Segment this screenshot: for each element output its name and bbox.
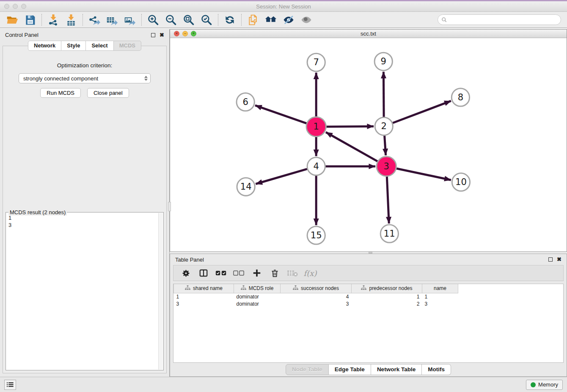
close-panel-icon[interactable]: ✖ (160, 33, 164, 37)
select-all-checkboxes-icon[interactable] (214, 267, 228, 279)
search-input[interactable] (449, 17, 557, 23)
graph-edge-2-9[interactable] (383, 72, 384, 117)
mcds-result-text[interactable]: 1 3 (8, 214, 157, 369)
float-table-panel-icon[interactable] (548, 257, 553, 262)
network-close-button[interactable]: × (174, 31, 179, 36)
zoom-out-icon[interactable] (162, 13, 180, 27)
show-all-icon[interactable] (297, 13, 315, 27)
graph-node-4[interactable]: 4 (307, 157, 325, 175)
column-header-shared-name[interactable]: shared name (174, 284, 234, 293)
function-builder-icon[interactable]: f(x) (303, 267, 317, 279)
close-table-panel-icon[interactable]: ✖ (557, 257, 561, 262)
graph-edge-3-11[interactable] (387, 177, 389, 224)
table-row[interactable]: 1dominator411 (174, 293, 458, 300)
float-panel-icon[interactable] (151, 33, 155, 37)
node-table[interactable]: shared nameMCDS rolesuccessor nodesprede… (173, 284, 564, 363)
graph-node-15[interactable]: 15 (307, 226, 325, 244)
tab-network-table[interactable]: Network Table (371, 364, 422, 375)
tab-style[interactable]: Style (61, 41, 86, 51)
task-history-button[interactable] (4, 380, 16, 390)
horizontal-splitter[interactable] (170, 252, 567, 254)
memory-label: Memory (538, 381, 558, 388)
criterion-dropdown[interactable]: strongly connected component (19, 73, 151, 83)
export-network-icon[interactable] (85, 13, 103, 27)
export-image-icon[interactable] (121, 13, 139, 27)
table-cell[interactable]: 1 (422, 293, 458, 300)
search-box[interactable] (438, 14, 561, 25)
table-cell[interactable]: 2 (352, 300, 422, 307)
network-zoom-button[interactable]: + (191, 31, 196, 36)
column-header-name[interactable]: name (422, 284, 458, 293)
zoom-selected-icon[interactable] (198, 13, 215, 27)
export-table-icon[interactable] (103, 13, 121, 27)
table-cell[interactable]: 4 (281, 293, 352, 300)
save-session-icon[interactable] (21, 13, 39, 27)
delete-table-icon[interactable] (285, 267, 300, 279)
settings-icon[interactable] (179, 267, 193, 279)
tab-edge-table[interactable]: Edge Table (329, 364, 371, 375)
column-header-predecessor-nodes[interactable]: predecessor nodes (352, 284, 422, 293)
delete-column-icon[interactable] (267, 267, 282, 279)
table-cell[interactable]: 3 (174, 300, 234, 307)
zoom-fit-icon[interactable] (180, 13, 198, 27)
open-session-icon[interactable] (3, 13, 21, 27)
right-column: × – + scc.txt 7968124314101511 Table Pan… (170, 29, 567, 377)
tab-motifs[interactable]: Motifs (422, 364, 451, 375)
svg-text:1: 1 (313, 121, 319, 132)
column-header-MCDS-role[interactable]: MCDS role (234, 284, 281, 293)
table-cell[interactable]: dominator (234, 300, 281, 307)
graph-node-3[interactable]: 3 (377, 157, 396, 176)
refresh-view-icon[interactable] (221, 13, 239, 27)
tab-node-table[interactable]: Node Table (286, 364, 329, 375)
table-cell[interactable]: dominator (234, 293, 281, 300)
duplicate-network-icon[interactable] (244, 13, 262, 27)
network-minimize-button[interactable]: – (182, 31, 188, 36)
apply-layout-icon[interactable] (262, 13, 280, 27)
graph-node-6[interactable]: 6 (237, 93, 254, 111)
zoom-in-icon[interactable] (144, 13, 162, 27)
split-view-icon[interactable] (196, 267, 211, 279)
vertical-splitter-grip[interactable] (168, 202, 171, 211)
graph-node-2[interactable]: 2 (375, 117, 393, 135)
result-scrollbar[interactable] (158, 213, 163, 370)
column-header-successor-nodes[interactable]: successor nodes (281, 284, 352, 293)
graph-node-10[interactable]: 10 (452, 173, 470, 191)
table-row[interactable]: 3dominator323 (174, 300, 458, 307)
svg-text:3: 3 (384, 161, 389, 171)
graph-edge-4-14[interactable] (256, 169, 307, 184)
hide-selected-icon[interactable] (280, 13, 297, 27)
table-cell[interactable]: 1 (174, 293, 234, 300)
network-canvas[interactable]: 7968124314101511 (170, 38, 567, 251)
table-cell[interactable]: 1 (352, 293, 422, 300)
graph-node-1[interactable]: 1 (306, 117, 326, 136)
horizontal-splitter-grip[interactable] (369, 252, 372, 254)
graph-edge-1-6[interactable] (255, 105, 306, 123)
deselect-all-checkboxes-icon[interactable] (232, 267, 246, 279)
graph-edge-2-8[interactable] (393, 101, 451, 123)
graph-node-7[interactable]: 7 (307, 53, 325, 71)
run-mcds-button[interactable]: Run MCDS (40, 88, 81, 98)
tab-select[interactable]: Select (86, 41, 113, 51)
toolbar-separator (41, 14, 42, 26)
graph-node-9[interactable]: 9 (374, 52, 392, 70)
close-panel-button[interactable]: Close panel (87, 88, 129, 98)
tab-mcds[interactable]: MCDS (114, 41, 141, 51)
graph-node-8[interactable]: 8 (451, 88, 469, 106)
svg-text:9: 9 (381, 56, 386, 66)
import-network-icon[interactable] (44, 13, 62, 27)
graph-edge-3-10[interactable] (396, 168, 451, 180)
table-cell[interactable]: 3 (281, 300, 352, 307)
graph-edge-2-3[interactable] (385, 135, 386, 155)
tree-icon (293, 285, 298, 291)
table-panel-title: Table Panel (175, 257, 204, 263)
import-table-icon[interactable] (62, 13, 80, 27)
graph-edge-3-1[interactable] (326, 132, 377, 161)
table-cell[interactable]: 3 (422, 300, 458, 307)
graph-node-14[interactable]: 14 (237, 178, 255, 196)
graph-edge-1-2[interactable] (326, 126, 374, 127)
graph-node-11[interactable]: 11 (380, 225, 398, 243)
toolbar-separator (218, 14, 218, 26)
add-column-icon[interactable] (250, 267, 264, 279)
memory-button[interactable]: Memory (526, 380, 563, 390)
tab-network[interactable]: Network (28, 41, 61, 51)
